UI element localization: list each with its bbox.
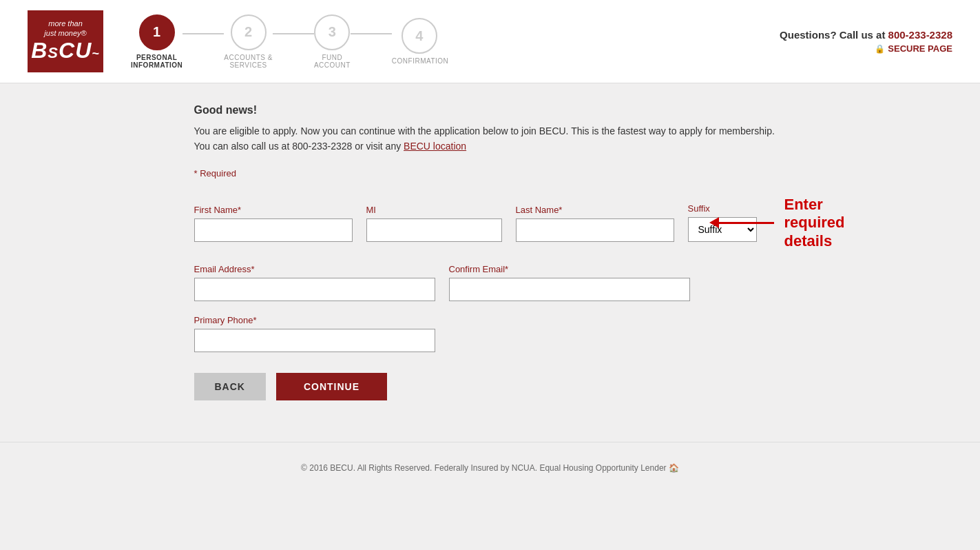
phone-group: Primary Phone* xyxy=(194,315,435,352)
mi-input[interactable] xyxy=(366,218,502,242)
secure-page: 🔒 SECURE PAGE xyxy=(780,43,952,54)
arrow xyxy=(709,217,774,228)
back-button[interactable]: BACK xyxy=(194,373,266,400)
mi-group: MI xyxy=(366,205,502,242)
last-name-group: Last Name* xyxy=(516,205,674,242)
email-input[interactable] xyxy=(194,278,435,301)
step-connector-1 xyxy=(183,33,224,34)
button-row: BACK CONTINUE xyxy=(194,373,786,400)
phone-number[interactable]: 800-233-2328 xyxy=(888,29,952,41)
progress-steps: 1 PERSONALINFORMATION 2 ACCOUNTS &SERVIC… xyxy=(131,14,447,69)
step-3: 3 FUNDACCOUNT xyxy=(314,14,351,69)
confirm-email-group: Confirm Email* xyxy=(449,264,690,301)
footer-text: © 2016 BECU. All Rights Reserved. Federa… xyxy=(301,463,666,473)
step-3-circle: 3 xyxy=(314,14,350,50)
step-4: 4 CONFIRMATION xyxy=(392,18,447,65)
step-1-label: PERSONALINFORMATION xyxy=(131,54,183,69)
main-content: Good news! You are eligible to apply. No… xyxy=(180,104,800,400)
phone-row: Primary Phone* xyxy=(194,315,786,352)
becu-location-link[interactable]: BECU location xyxy=(404,141,466,152)
step-2-circle: 2 xyxy=(231,14,267,50)
arrow-head-icon xyxy=(709,217,719,228)
confirm-email-label: Confirm Email* xyxy=(449,264,690,274)
step-2-label: ACCOUNTS &SERVICES xyxy=(224,54,273,69)
step-connector-2 xyxy=(273,33,314,34)
email-row: Email Address* Confirm Email* xyxy=(194,264,786,301)
logo-brand: BSCU~ xyxy=(31,38,100,63)
logo: more thanjust money® BSCU~ xyxy=(28,10,103,72)
step-4-label: CONFIRMATION xyxy=(392,57,447,65)
annotation-text: Enter requireddetails xyxy=(784,196,845,250)
good-news-title: Good news! xyxy=(194,104,786,116)
last-name-input[interactable] xyxy=(516,218,674,242)
last-name-label: Last Name* xyxy=(516,205,674,215)
step-connector-3 xyxy=(351,33,392,34)
personal-info-form: First Name* MI Last Name* Suffix Suffix … xyxy=(194,196,786,400)
good-news-body: You are eligible to apply. Now you can c… xyxy=(194,123,786,154)
first-name-label: First Name* xyxy=(194,205,353,215)
logo-tagline: more thanjust money® xyxy=(44,19,86,37)
phone-label: Questions? Call us at xyxy=(780,29,888,41)
phone-input[interactable] xyxy=(194,329,435,352)
header: more thanjust money® BSCU~ 1 PERSONALINF… xyxy=(0,0,980,83)
annotation: Enter requireddetails xyxy=(709,196,845,250)
confirm-email-input[interactable] xyxy=(449,278,690,301)
email-label: Email Address* xyxy=(194,264,435,274)
header-left: more thanjust money® BSCU~ 1 PERSONALINF… xyxy=(28,10,447,72)
header-right: Questions? Call us at 800-233-2328 🔒 SEC… xyxy=(780,29,952,54)
step-3-label: FUNDACCOUNT xyxy=(314,54,351,69)
mi-label: MI xyxy=(366,205,502,215)
step-1-circle: 1 xyxy=(139,14,175,50)
step-4-circle: 4 xyxy=(402,18,437,54)
first-name-input[interactable] xyxy=(194,218,353,242)
step-1: 1 PERSONALINFORMATION xyxy=(131,14,183,69)
footer: © 2016 BECU. All Rights Reserved. Federa… xyxy=(0,442,980,493)
equal-housing-icon: 🏠 xyxy=(669,463,679,473)
good-news-section: Good news! You are eligible to apply. No… xyxy=(194,104,786,154)
required-note: * Required xyxy=(194,168,786,179)
step-2: 2 ACCOUNTS &SERVICES xyxy=(224,14,273,69)
first-name-group: First Name* xyxy=(194,205,353,242)
phone-label: Primary Phone* xyxy=(194,315,435,325)
arrow-shaft xyxy=(719,222,774,224)
email-group: Email Address* xyxy=(194,264,435,301)
continue-button[interactable]: CONTINUE xyxy=(276,373,387,400)
lock-icon: 🔒 xyxy=(875,44,885,54)
secure-label: SECURE PAGE xyxy=(888,43,952,54)
phone-info: Questions? Call us at 800-233-2328 xyxy=(780,29,952,41)
